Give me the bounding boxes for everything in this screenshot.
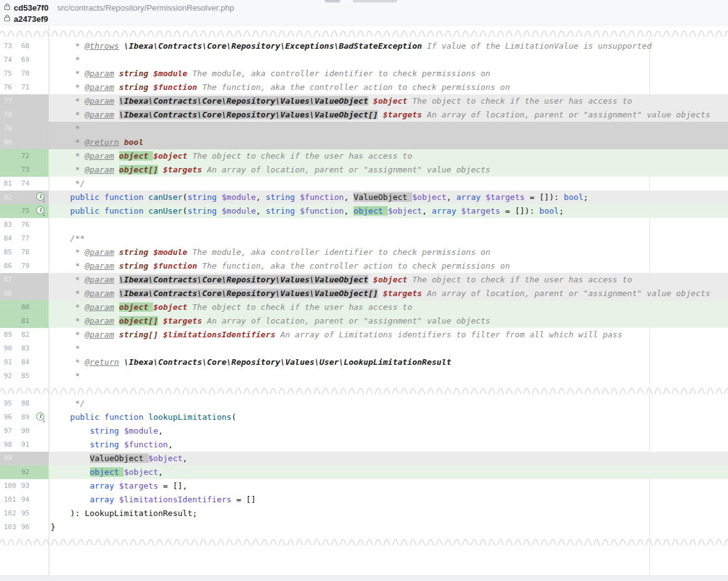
gutter: 8477	[0, 232, 49, 246]
code-line[interactable]: public function lookupLimitations(	[49, 410, 728, 424]
diff-line: 10194 array $limitationsIdentifiers = []	[0, 493, 728, 507]
code-line[interactable]: * @param \Ibexa\Contracts\Core\Repositor…	[49, 94, 728, 108]
code-token: @param	[85, 247, 114, 257]
old-line-number: 86	[4, 259, 21, 273]
new-line-number	[21, 287, 36, 300]
code-token: object	[90, 467, 124, 477]
code-token: ;	[559, 206, 564, 216]
diff-line: 8578 * @param string $module The module,…	[0, 246, 728, 259]
revision-hash-1: cd53e7f0	[14, 3, 49, 12]
code-line[interactable]: */	[49, 177, 728, 191]
collapsed-region-separator[interactable]	[0, 26, 728, 39]
code-token: $function	[124, 440, 167, 449]
new-line-number	[21, 191, 36, 204]
code-line[interactable]: object $object,	[49, 465, 728, 479]
code-token: *	[51, 69, 85, 78]
gutter: 9285	[0, 369, 49, 383]
code-line[interactable]: * @param string $module The module, aka …	[49, 67, 728, 81]
code-token: ,	[158, 426, 163, 435]
diff-line: 78 * @param \Ibexa\Contracts\Core\Reposi…	[0, 108, 728, 122]
code-line[interactable]: *	[49, 342, 728, 355]
code-line[interactable]: * @return \Ibexa\Contracts\Core\Reposito…	[49, 355, 728, 369]
code-line[interactable]: * @throws \Ibexa\Contracts\Core\Reposito…	[49, 39, 728, 53]
code-line[interactable]: }	[49, 520, 728, 534]
code-token: ;	[583, 192, 588, 202]
code-line[interactable]: *	[49, 122, 728, 136]
old-line-number: 87	[4, 273, 21, 287]
code-token: = []):	[524, 192, 564, 202]
code-line[interactable]: *	[49, 369, 728, 383]
gutter-icon-slot	[36, 452, 47, 465]
code-line[interactable]: string $function,	[49, 438, 728, 452]
code-token: string	[119, 82, 149, 92]
collapsed-region-separator[interactable]	[0, 383, 728, 397]
code-token: LookupLimitationResult	[85, 509, 192, 518]
code-token	[114, 495, 119, 504]
code-line[interactable]: string $module,	[49, 424, 728, 438]
code-token: *	[51, 247, 85, 257]
code-line[interactable]: public function canUser(string $module, …	[49, 191, 728, 204]
gutter-icon-slot	[36, 53, 47, 67]
code-token: $function	[153, 82, 197, 92]
old-line-number: 99	[4, 452, 21, 465]
code-line[interactable]: * @param object $object The object to ch…	[49, 300, 728, 314]
code-token: $object	[388, 206, 422, 216]
code-line[interactable]: * @param object $object The object to ch…	[49, 149, 728, 163]
code-line[interactable]: * @param string $function The function, …	[49, 259, 728, 273]
code-token: public	[70, 412, 99, 422]
implemented-method-icon[interactable]: I↓	[36, 192, 46, 202]
code-token: *	[51, 302, 85, 312]
code-line[interactable]: array $limitationsIdentifiers = []	[49, 493, 728, 507]
code-line[interactable]: * @param \Ibexa\Contracts\Core\Repositor…	[49, 108, 728, 122]
code-line[interactable]: * @param \Ibexa\Contracts\Core\Repositor…	[49, 273, 728, 287]
code-line[interactable]: ValueObject $object,	[49, 452, 728, 465]
gutter-icon-slot	[36, 232, 47, 246]
code-token: bool	[564, 192, 583, 202]
code-line[interactable]: * @param string $module The module, aka …	[49, 246, 728, 259]
code-token: \Ibexa\Contracts\Core\Repository\Values\…	[124, 357, 451, 367]
code-token: \Ibexa\Contracts\Core\Repository\Values\…	[119, 289, 378, 298]
old-line-number	[4, 149, 21, 163]
code-token: */	[51, 399, 85, 408]
code-line[interactable]: */	[49, 397, 728, 410]
code-line[interactable]: /**	[49, 232, 728, 246]
code-line[interactable]: * @param object[] $targets An array of l…	[49, 163, 728, 177]
code-token: string[]	[119, 330, 159, 339]
code-token: *	[51, 371, 80, 380]
code-line[interactable]: * @return bool	[49, 136, 728, 149]
gutter: 10396	[0, 520, 49, 534]
code-token: \Ibexa\Contracts\Core\Repository\Values\…	[119, 275, 368, 284]
gutter-icon-slot	[36, 300, 47, 314]
code-token: $targets	[119, 481, 159, 490]
code-token: array	[90, 481, 114, 490]
diff-line: 80 * @param object $object The object to…	[0, 300, 728, 314]
code-token: ,	[344, 192, 354, 202]
code-line[interactable]: * @param \Ibexa\Contracts\Core\Repositor…	[49, 287, 728, 300]
code-line[interactable]	[49, 218, 728, 232]
code-line[interactable]: public function canUser(string $module, …	[49, 204, 728, 218]
code-token: string	[265, 192, 295, 202]
gutter: 7368	[0, 39, 49, 53]
code-token: @param	[85, 82, 114, 92]
code-token	[217, 206, 222, 216]
code-line[interactable]: * @param object[] $targets An array of l…	[49, 314, 728, 328]
collapsed-region-separator[interactable]	[0, 534, 728, 548]
old-line-number	[4, 204, 21, 218]
code-line[interactable]: ): LookupLimitationResult;	[49, 507, 728, 520]
code-line[interactable]: array $targets = [],	[49, 479, 728, 493]
new-line-number: 95	[21, 507, 36, 520]
code-token: $targets	[383, 289, 422, 298]
implemented-method-icon[interactable]: I↓	[36, 206, 46, 216]
new-line-number: 80	[21, 300, 36, 314]
code-line[interactable]: *	[49, 53, 728, 67]
code-line[interactable]: * @param string $function The function, …	[49, 81, 728, 94]
code-token	[114, 330, 119, 339]
implemented-method-icon[interactable]: I↓	[36, 412, 46, 422]
old-line-number: 92	[4, 369, 21, 383]
code-line[interactable]: * @param string[] $limitationsIdentifier…	[49, 328, 728, 342]
code-token	[158, 316, 163, 325]
code-token: function	[104, 192, 144, 202]
gutter-icon-slot	[36, 397, 47, 410]
new-line-number: 92	[21, 465, 36, 479]
code-token	[51, 412, 70, 422]
